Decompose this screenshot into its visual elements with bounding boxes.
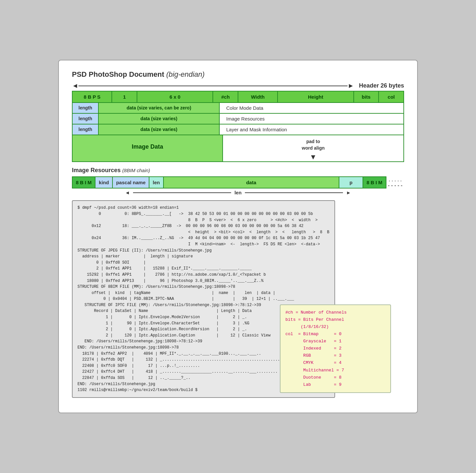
legend-key-bits2: (1/8/16/32) [285, 324, 329, 329]
title-text: PSD PhotoShop Document [72, 70, 164, 78]
len-shaft-right [245, 192, 343, 193]
header-bytes-label: Header 26 bytes [359, 82, 404, 89]
data-row-layer-length: length [73, 124, 99, 135]
data-row-colormode-label: Color Mode Data [220, 103, 403, 113]
legend-key-cmyk: CMYK = 4 [285, 360, 342, 365]
legend-line-col: col = Bitmap = 0 [285, 331, 385, 338]
bbim-box-pascalname: pascal name [113, 177, 149, 188]
len-label: len [234, 190, 242, 195]
bottom-section: $ dmpf ~/psd.psd count=36 width=18 endia… [72, 200, 404, 402]
legend-line-bits2: (1/8/16/32) [285, 323, 385, 331]
legend-line-indexed: Indexed = 2 [285, 345, 385, 352]
len-right-arrow-icon: ► [346, 190, 351, 195]
data-row-layer: length data (size varies) Layer and Mask… [72, 124, 404, 135]
pad-label-area: pad toword align ▼ [223, 135, 403, 161]
header-arrow-row: ◄ ► Header 26 bytes [72, 82, 404, 90]
bbim-box-kind: kind [95, 177, 113, 188]
psd-box-1: 1 [112, 91, 137, 102]
legend-key-rgb: RGB = 3 [285, 353, 342, 358]
doc-title: PSD PhotoShop Document (big-endian) [72, 70, 404, 79]
legend-key-multi: Multichannel = 7 [285, 368, 344, 373]
data-rows: length data (size varies, can be zero) C… [72, 103, 404, 135]
psd-box-col: col [379, 91, 403, 102]
right-arrow-icon: ► [348, 82, 354, 90]
legend-key-lab: Lab = 9 [285, 382, 342, 387]
page-container: PSD PhotoShop Document (big-endian) ◄ ► … [58, 60, 418, 413]
image-data-cell: Image Data [73, 135, 223, 161]
psd-box-height: Height [278, 91, 354, 102]
legend-key-bits: bits = Bits Per Channel [285, 317, 344, 322]
psd-header-boxes: 8 B P S 1 6 x 0 #ch Width Height bits co… [72, 91, 404, 103]
legend-key-col: col = Bitmap = 0 [285, 332, 342, 336]
len-arrow-row: ◄ len ► [72, 190, 404, 195]
bbim-dots-line1: . . . . . [389, 177, 402, 183]
image-data-row: Image Data pad toword align ▼ [72, 135, 404, 162]
legend-line-duo: Duotone = 8 [285, 374, 385, 381]
legend-box: #ch = Number of Channels bits = Bits Per… [280, 304, 391, 393]
legend-line-gray: Grayscale = 1 [285, 338, 385, 345]
bbim-box-len: len [149, 177, 164, 188]
legend-line-ch: #ch = Number of Channels [285, 309, 385, 316]
psd-box-ch: #ch [213, 91, 238, 102]
title-italic: (big-endian) [166, 70, 204, 78]
data-row-imgres-data: data (size varies) [99, 114, 220, 124]
pad-text: pad toword align [302, 139, 325, 151]
bbim-box-8bim-right: 8 B I M [363, 177, 385, 188]
data-row-colormode-data: data (size varies, can be zero) [99, 103, 220, 113]
arrow-shaft [78, 86, 348, 86]
data-row-colormode-length: length [73, 103, 99, 113]
legend-line-lab: Lab = 9 [285, 381, 385, 388]
bbim-box-8bim-left: 8 B I M [73, 177, 95, 188]
psd-box-6x0: 6 x 0 [137, 91, 213, 102]
legend-key-gray: Grayscale = 1 [285, 339, 342, 344]
legend-key-indexed: Indexed = 2 [285, 346, 342, 351]
bbim-box-p: p [339, 177, 363, 188]
data-row-imgres-length: length [73, 114, 99, 124]
psd-box-width: Width [238, 91, 278, 102]
image-resources-italic: (8BIM chain) [122, 168, 150, 173]
data-row-layer-data: data (size varies) [99, 124, 220, 135]
bbim-dots-line2: - - - - - [388, 183, 402, 188]
legend-line-cmyk: CMYK = 4 [285, 359, 385, 367]
data-row-imgres: length data (size varies) Image Resource… [72, 114, 404, 124]
bbim-dots: . . . . . - - - - - [386, 176, 404, 188]
down-arrow-icon: ▼ [310, 153, 317, 161]
legend-line-rgb: RGB = 3 [285, 352, 385, 359]
data-row-colormode: length data (size varies, can be zero) C… [72, 103, 404, 114]
header-arrow-line: ◄ ► [72, 82, 354, 90]
psd-box-bits: bits [354, 91, 379, 102]
image-resources-section-label: Image Resources (8BIM chain) [72, 167, 404, 174]
bbim-row-wrap: 8 B I M kind pascal name len data p 8 B … [72, 176, 404, 188]
legend-line-multi: Multichannel = 7 [285, 367, 385, 374]
legend-wrap: #ch = Number of Channels bits = Bits Per… [342, 200, 453, 402]
len-left-arrow-icon: ◄ [125, 190, 130, 195]
bbim-box-data: data [164, 177, 339, 188]
left-arrow-icon: ◄ [72, 82, 78, 90]
len-arrow-inner: ◄ len ► [125, 190, 351, 195]
data-row-imgres-label: Image Resources [220, 114, 403, 124]
psd-box-8bps: 8 B P S [73, 91, 112, 102]
legend-line-bits: bits = Bits Per Channel [285, 316, 385, 323]
len-shaft [133, 192, 231, 193]
data-row-layer-label: Layer and Mask Information [220, 124, 403, 135]
legend-key-ch: #ch = Number of Channels [285, 310, 347, 315]
legend-key-duo: Duotone = 8 [285, 375, 342, 380]
bbim-row: 8 B I M kind pascal name len data p 8 B … [72, 176, 386, 188]
